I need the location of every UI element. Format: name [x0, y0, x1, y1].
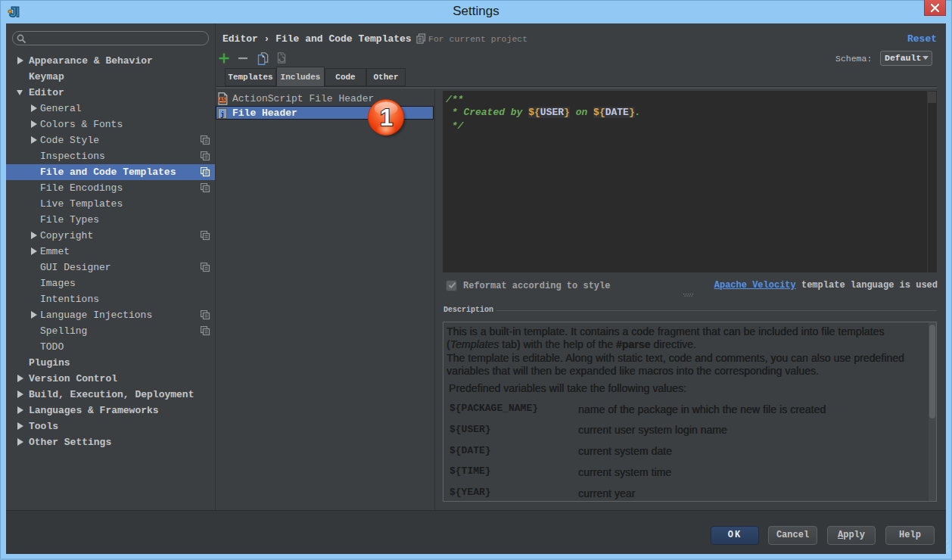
svg-text:AS: AS	[219, 97, 226, 103]
svg-text:j: j	[220, 111, 224, 119]
svg-text:1: 1	[380, 104, 393, 131]
